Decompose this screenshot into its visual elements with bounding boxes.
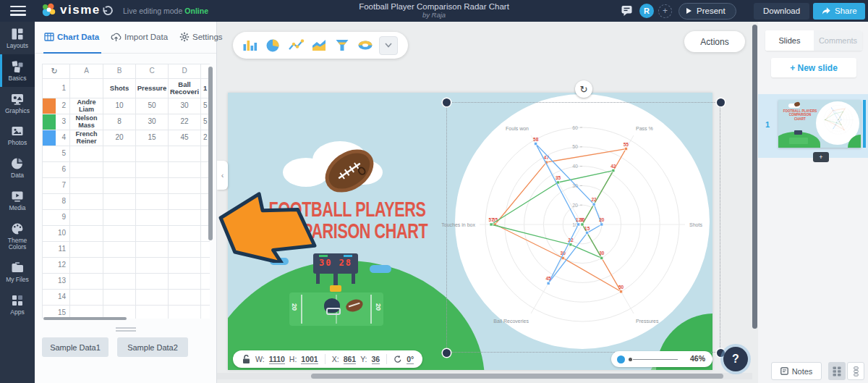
- cell-D15[interactable]: [169, 306, 201, 319]
- notes-button[interactable]: Notes: [771, 362, 822, 380]
- row-number-13[interactable]: 13: [43, 274, 70, 290]
- cell-C12[interactable]: [136, 258, 169, 274]
- cell-B9[interactable]: [103, 210, 136, 226]
- cell-A14[interactable]: [70, 290, 103, 306]
- column-header-D[interactable]: D: [169, 64, 201, 79]
- cell-C7[interactable]: [136, 178, 169, 194]
- selection-handle-top-left[interactable]: [443, 98, 451, 106]
- sidebar-item-basics[interactable]: Basics: [0, 54, 35, 87]
- cell-partial-13[interactable]: [201, 274, 210, 290]
- row-number-1[interactable]: 1: [43, 79, 70, 98]
- cell-D4[interactable]: 45: [169, 130, 201, 146]
- cell-C6[interactable]: [136, 162, 169, 178]
- cell-D14[interactable]: [169, 290, 201, 306]
- download-button[interactable]: Download: [754, 3, 809, 20]
- cell-B7[interactable]: [103, 178, 136, 194]
- invite-plus-button[interactable]: +: [658, 4, 672, 18]
- transpose-icon[interactable]: ↻: [43, 64, 70, 79]
- grid-view-icon[interactable]: [828, 362, 846, 380]
- zoom-slider-handle[interactable]: [617, 355, 625, 363]
- panel-collapse-chevron[interactable]: ‹: [217, 161, 228, 190]
- cell-A12[interactable]: [70, 258, 103, 274]
- hamburger-menu-icon[interactable]: [10, 6, 26, 16]
- funnel-chart-icon[interactable]: [333, 37, 352, 54]
- new-slide-button[interactable]: + New slide: [771, 58, 856, 77]
- sample-data1-button[interactable]: Sample Data1: [42, 337, 109, 357]
- width-value[interactable]: 1110: [269, 355, 285, 364]
- cell-B3[interactable]: 8: [103, 114, 136, 130]
- line-chart-icon[interactable]: [286, 37, 305, 54]
- cell-A9[interactable]: [70, 210, 103, 226]
- cell-C9[interactable]: [136, 210, 169, 226]
- share-button[interactable]: Share: [813, 3, 865, 20]
- y-value[interactable]: 36: [372, 355, 380, 364]
- cell-A2[interactable]: Andre Liam: [70, 98, 103, 114]
- row-number-5[interactable]: 5: [43, 146, 70, 162]
- present-button[interactable]: Present: [678, 3, 736, 20]
- bar-chart-icon[interactable]: [240, 37, 259, 54]
- tab-slides[interactable]: Slides: [765, 30, 814, 51]
- row-number-7[interactable]: 7: [43, 178, 70, 194]
- tab-comments[interactable]: Comments: [814, 30, 862, 51]
- row-number-14[interactable]: 14: [43, 290, 70, 306]
- sidebar-item-apps[interactable]: Apps: [0, 288, 35, 321]
- cell-D12[interactable]: [169, 258, 201, 274]
- canvas-workspace[interactable]: Actions FOOTBALL PLAYERS COMPARISON CHAR: [217, 22, 758, 383]
- document-title[interactable]: Football Player Comparison Radar Chart: [359, 2, 509, 11]
- cell-A3[interactable]: Nelson Mass: [70, 114, 103, 130]
- cell-A6[interactable]: [70, 162, 103, 178]
- row-number-4[interactable]: 4: [43, 130, 70, 146]
- rotation-value[interactable]: 0°: [407, 355, 414, 364]
- area-chart-icon[interactable]: [310, 37, 328, 54]
- sample-data2-button[interactable]: Sample Data2: [117, 337, 188, 357]
- comment-icon[interactable]: [621, 0, 633, 22]
- undo-icon[interactable]: [101, 4, 114, 17]
- cell-A1[interactable]: [70, 79, 103, 98]
- spreadsheet-horizontal-scrollbar[interactable]: [43, 317, 127, 320]
- spreadsheet-vertical-scrollbar[interactable]: [208, 67, 213, 240]
- cell-A8[interactable]: [70, 194, 103, 210]
- sidebar-item-my-files[interactable]: My Files: [0, 256, 35, 288]
- row-number-6[interactable]: 6: [43, 162, 70, 178]
- visme-logo[interactable]: visme: [41, 2, 101, 18]
- cell-C13[interactable]: [136, 274, 169, 290]
- cell-C1[interactable]: Pressure: [136, 79, 169, 98]
- tab-settings[interactable]: Settings: [179, 32, 223, 42]
- cell-D10[interactable]: [169, 226, 201, 242]
- slide-thumbnail[interactable]: FOOTBALL PLAYERS COMPARISON CHART: [778, 100, 861, 148]
- cell-B12[interactable]: [103, 258, 136, 274]
- cell-C10[interactable]: [136, 226, 169, 242]
- cell-C11[interactable]: [136, 242, 169, 258]
- cell-B8[interactable]: [103, 194, 136, 210]
- cell-C14[interactable]: [136, 290, 169, 306]
- cell-partial-12[interactable]: [201, 258, 210, 274]
- cell-A13[interactable]: [70, 274, 103, 290]
- cell-C2[interactable]: 50: [136, 98, 169, 114]
- cell-partial-11[interactable]: [201, 242, 210, 258]
- pie-chart-icon[interactable]: [263, 37, 282, 54]
- row-number-11[interactable]: 11: [43, 242, 70, 258]
- cell-B4[interactable]: 20: [103, 130, 136, 146]
- cell-A4[interactable]: French Reiner: [70, 130, 103, 146]
- radar-chart[interactable]: ShotsPass %Fouls wonTouches in boxBall R…: [441, 91, 723, 358]
- cell-D1[interactable]: Ball Recoveri: [169, 79, 201, 98]
- chart-types-chevron-down-icon[interactable]: [379, 36, 398, 55]
- row-number-9[interactable]: 9: [43, 210, 70, 226]
- cell-partial-15[interactable]: [201, 306, 210, 319]
- selection-handle-bottom-left[interactable]: [443, 349, 451, 357]
- cell-D6[interactable]: [169, 162, 201, 178]
- x-value[interactable]: 861: [344, 355, 357, 364]
- cell-B11[interactable]: [103, 242, 136, 258]
- cell-B1[interactable]: Shots: [103, 79, 136, 98]
- lock-icon[interactable]: [242, 354, 251, 364]
- sidebar-item-theme-colors[interactable]: Theme Colors: [0, 216, 35, 256]
- actions-button[interactable]: Actions: [684, 31, 745, 52]
- cell-D11[interactable]: [169, 242, 201, 258]
- cell-B13[interactable]: [103, 274, 136, 290]
- avatar[interactable]: R: [639, 4, 654, 18]
- sidebar-item-data[interactable]: Data: [0, 151, 35, 184]
- sidebar-item-media[interactable]: Media: [0, 184, 35, 216]
- tab-import-data[interactable]: Import Data: [111, 32, 168, 42]
- row-number-12[interactable]: 12: [43, 258, 70, 274]
- donut-chart-icon[interactable]: [356, 37, 375, 54]
